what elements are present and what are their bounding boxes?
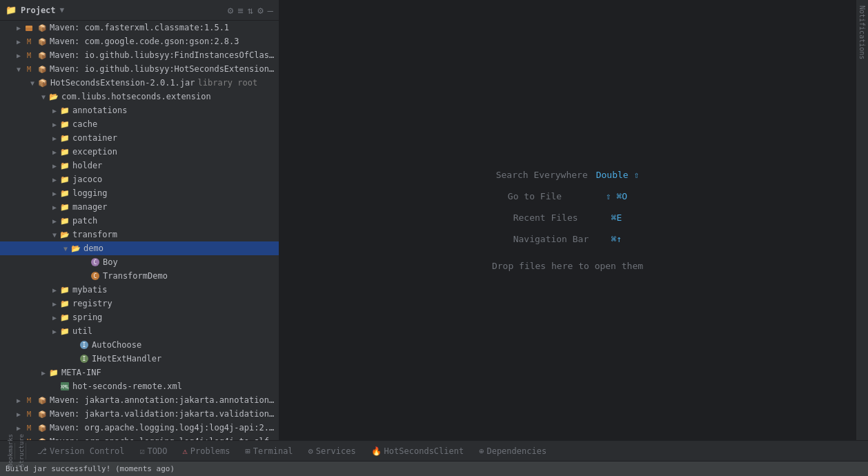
collapse-arrow[interactable]: ▶: [39, 369, 48, 377]
jar-icon: 📦: [37, 36, 48, 47]
collapse-icon[interactable]: ⇅: [248, 5, 253, 16]
maven-icon: M: [23, 408, 34, 419]
list-item[interactable]: ▶ 📁 patch: [0, 214, 279, 228]
project-panel: 📁 Project ▼ ⚙ ≡ ⇅ ⚙ — ▶ 📦 Maven: com.fa: [0, 0, 279, 440]
tab-version-control[interactable]: ⎇ Version Control: [30, 443, 131, 459]
list-item[interactable]: ▶ M 📦 Maven: org.apache.logging.log4j:lo…: [0, 421, 279, 435]
shortcut-item-recent: Recent Files ⌘E: [513, 212, 622, 223]
collapse-arrow[interactable]: ▶: [50, 176, 59, 184]
expand-arrow[interactable]: ▼: [61, 245, 70, 252]
jar-icon: 📦: [37, 50, 48, 61]
tab-label: Version Control: [50, 446, 124, 456]
list-item[interactable]: ▶ 📁 spring: [0, 310, 279, 324]
tab-problems[interactable]: ⚠ Problems: [176, 443, 237, 459]
layout-icon[interactable]: ≡: [237, 5, 243, 16]
collapse-arrow[interactable]: ▶: [14, 52, 23, 59]
list-item[interactable]: ▶ M 📦 Maven: jakarta.annotation:jakarta.…: [0, 393, 279, 407]
collapse-arrow[interactable]: ▶: [50, 300, 59, 308]
item-label: manager: [72, 202, 108, 212]
options-icon[interactable]: ⚙: [257, 5, 263, 16]
deps-icon: ⊕: [479, 446, 484, 456]
item-label: cache: [72, 119, 97, 129]
tab-services[interactable]: ⚙ Services: [302, 443, 363, 459]
structure-side-label[interactable]: Structure: [18, 434, 25, 468]
collapse-arrow[interactable]: ▶: [14, 410, 23, 418]
expand-arrow[interactable]: ▼: [14, 66, 23, 73]
list-item[interactable]: ▶ 📁 cache: [0, 117, 279, 131]
list-item[interactable]: ▼ 📂 transform: [0, 228, 279, 241]
expand-arrow[interactable]: ▼: [39, 93, 48, 101]
item-label: Maven: jakarta.validation:jakarta.valida…: [50, 409, 279, 419]
shortcut-key: ⇧ ⌘O: [606, 191, 627, 201]
hot-icon: 🔥: [371, 446, 382, 456]
list-item[interactable]: ▶ M 📦 Maven: org.apache.logging.log4j:lo…: [0, 435, 279, 440]
notifications-label[interactable]: Notifications: [858, 0, 866, 65]
list-item[interactable]: ▶ M 📦 Maven: com.google.code.gson:gson:2…: [0, 34, 279, 48]
item-label: Maven: jakarta.annotation:jakarta.annota…: [50, 395, 279, 405]
svg-rect-0: [26, 26, 32, 31]
tab-terminal[interactable]: ⊞ Terminal: [239, 443, 300, 459]
collapse-arrow[interactable]: ▶: [50, 314, 59, 321]
item-label: container: [72, 133, 117, 143]
bookmarks-side-label[interactable]: Bookmarks: [7, 434, 14, 468]
expand-arrow[interactable]: ▼: [28, 79, 37, 87]
list-item[interactable]: ▶ 📁 util: [0, 324, 279, 338]
java-class-icon: C: [90, 257, 101, 268]
list-item[interactable]: ▼ 📂 demo: [0, 241, 279, 255]
list-item[interactable]: ▶ 📁 exception: [0, 145, 279, 159]
collapse-arrow[interactable]: ▶: [14, 397, 23, 404]
folder-icon: 📁: [59, 284, 70, 295]
tab-hotsecondssclient[interactable]: 🔥 HotSecondsClient: [364, 443, 471, 459]
list-item[interactable]: ▶ 📁 annotations: [0, 103, 279, 117]
minimize-icon[interactable]: —: [268, 5, 273, 16]
collapse-arrow[interactable]: ▶: [14, 424, 23, 432]
tab-todo[interactable]: ☑ TODO: [132, 443, 174, 459]
list-item[interactable]: ▶ 📁 META-INF: [0, 366, 279, 379]
list-item[interactable]: ▶ 📁 holder: [0, 159, 279, 172]
collapse-arrow[interactable]: ▶: [50, 217, 59, 225]
list-item[interactable]: ▶ 📁 logging: [0, 186, 279, 200]
collapse-arrow[interactable]: ▶: [50, 328, 59, 335]
collapse-arrow[interactable]: ▶: [50, 286, 59, 294]
list-item[interactable]: ▶ 📁 registry: [0, 297, 279, 310]
list-item[interactable]: ▶ M 📦 Maven: jakarta.validation:jakarta.…: [0, 407, 279, 421]
tab-label: Dependencies: [486, 446, 546, 456]
collapse-arrow[interactable]: ▶: [50, 135, 59, 142]
list-item[interactable]: ▶ 📁 manager: [0, 200, 279, 214]
item-label: util: [72, 326, 92, 336]
collapse-arrow[interactable]: ▶: [50, 162, 59, 170]
dropdown-arrow[interactable]: ▼: [60, 6, 65, 14]
tab-label: Terminal: [253, 446, 293, 456]
collapse-arrow[interactable]: ▶: [14, 24, 23, 32]
collapse-arrow[interactable]: ▶: [50, 204, 59, 211]
list-item[interactable]: I AutoChoose: [0, 338, 279, 352]
item-label: HotSecondsExtension-2.0.1.jar: [50, 78, 195, 88]
item-label: Maven: com.fasterxml.classmate:1.5.1: [50, 23, 229, 32]
list-item[interactable]: XML hot-seconds-remote.xml: [0, 379, 279, 393]
list-item[interactable]: ▶ M 📦 Maven: io.github.liubsyy:FindInsta…: [0, 48, 279, 62]
list-item[interactable]: C Boy: [0, 255, 279, 269]
settings-icon[interactable]: ⚙: [228, 5, 233, 16]
collapse-arrow[interactable]: ▶: [50, 107, 59, 115]
list-item[interactable]: ▼ 📦 HotSecondsExtension-2.0.1.jar librar…: [0, 76, 279, 90]
terminal-icon: ⊞: [246, 446, 250, 456]
item-label: mybatis: [72, 285, 108, 295]
folder-open-icon: 📂: [59, 229, 70, 240]
list-item[interactable]: ▶ 📁 mybatis: [0, 283, 279, 297]
list-item[interactable]: C TransformDemo: [0, 269, 279, 283]
list-item[interactable]: ▶ 📁 container: [0, 131, 279, 145]
list-item[interactable]: I IHotExtHandler: [0, 352, 279, 366]
collapse-arrow[interactable]: ▶: [50, 148, 59, 156]
list-item[interactable]: ▶ 📦 Maven: com.fasterxml.classmate:1.5.1: [0, 21, 279, 34]
collapse-arrow[interactable]: ▶: [50, 121, 59, 128]
jar-icon: 📦: [37, 22, 48, 33]
collapse-arrow[interactable]: ▶: [14, 38, 23, 46]
list-item[interactable]: ▶ 📁 jacoco: [0, 172, 279, 186]
project-header: 📁 Project ▼ ⚙ ≡ ⇅ ⚙ —: [0, 0, 279, 21]
list-item[interactable]: ▼ M 📦 Maven: io.github.liubsyy:HotSecond…: [0, 62, 279, 76]
tab-dependencies[interactable]: ⊕ Dependencies: [472, 443, 553, 459]
expand-arrow[interactable]: ▼: [50, 231, 59, 239]
collapse-arrow[interactable]: ▶: [50, 190, 59, 197]
list-item[interactable]: ▼ 📂 com.liubs.hotseconds.extension: [0, 90, 279, 103]
tab-label: HotSecondsClient: [384, 446, 464, 456]
